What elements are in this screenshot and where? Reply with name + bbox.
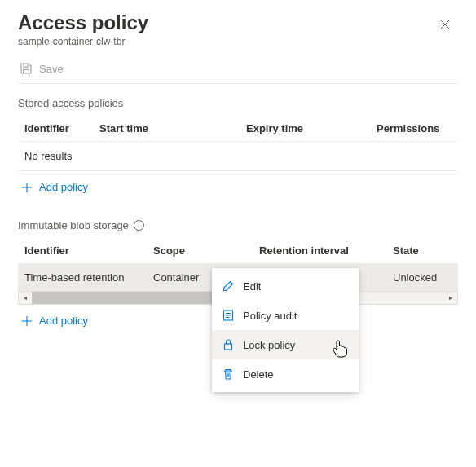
page-title: Access policy [18, 11, 148, 34]
col-retention[interactable]: Retention interval [253, 238, 386, 264]
col-scope[interactable]: Scope [147, 238, 253, 264]
stored-section-title: Stored access policies [18, 97, 458, 109]
col-permissions[interactable]: Permissions [377, 116, 458, 142]
menu-label: Delete [243, 368, 274, 381]
menu-item-policy-audit[interactable]: Policy audit [212, 301, 359, 330]
menu-item-lock-policy[interactable]: Lock policy [212, 330, 359, 359]
add-policy-label: Add policy [39, 315, 88, 327]
menu-item-delete[interactable]: Delete [212, 359, 359, 389]
col-state[interactable]: State [386, 238, 458, 264]
save-button[interactable]: Save [20, 62, 64, 75]
immutable-section-title: Immutable blob storage i [18, 219, 458, 231]
scroll-left-arrow[interactable]: ◂ [19, 292, 32, 304]
plus-icon [21, 315, 33, 327]
menu-label: Edit [243, 280, 261, 293]
plus-icon [21, 182, 33, 193]
no-results-text: No results [18, 142, 458, 171]
table-header-row: Identifier Start time Expiry time Permis… [18, 116, 458, 142]
policy-audit-icon [222, 309, 235, 322]
container-name: sample-container-clw-tbr [18, 36, 148, 47]
scrollbar-thumb[interactable] [32, 292, 218, 304]
save-label: Save [39, 63, 64, 75]
col-identifier[interactable]: Identifier [18, 116, 99, 142]
close-icon [439, 19, 451, 30]
immutable-section-label: Immutable blob storage [18, 219, 129, 231]
menu-label: Lock policy [243, 339, 295, 351]
col-start-time[interactable]: Start time [99, 116, 246, 142]
edit-icon [222, 280, 235, 293]
lock-icon [222, 338, 235, 351]
scroll-right-arrow[interactable]: ▸ [444, 292, 457, 304]
stored-policies-table: Identifier Start time Expiry time Permis… [18, 116, 458, 171]
add-stored-policy-button[interactable]: Add policy [18, 171, 458, 206]
table-row: No results [18, 142, 458, 171]
menu-label: Policy audit [243, 310, 297, 322]
save-icon [20, 62, 33, 75]
table-header-row: Identifier Scope Retention interval Stat… [18, 238, 458, 264]
menu-item-edit[interactable]: Edit [212, 271, 359, 301]
col-identifier[interactable]: Identifier [18, 238, 147, 264]
svg-rect-1 [225, 344, 232, 350]
info-icon[interactable]: i [134, 220, 144, 231]
add-policy-label: Add policy [39, 181, 88, 193]
cell-state: Unlocked [386, 264, 458, 292]
delete-icon [222, 368, 235, 381]
col-expiry-time[interactable]: Expiry time [246, 116, 377, 142]
cell-identifier: Time-based retention [18, 264, 147, 292]
toolbar: Save [18, 59, 458, 84]
close-button[interactable] [432, 11, 458, 37]
context-menu: Edit Policy audit Lock policy Delete [212, 268, 359, 392]
